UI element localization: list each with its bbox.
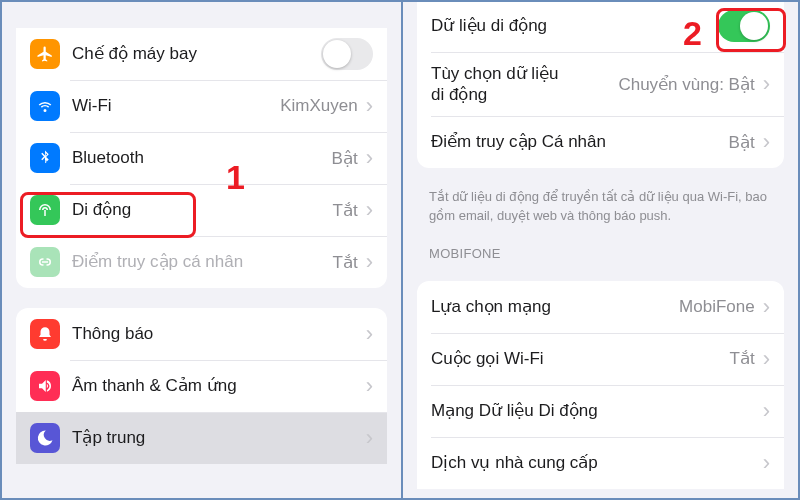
cellular-icon — [30, 195, 60, 225]
chevron-right-icon: › — [366, 375, 373, 397]
sounds-icon — [30, 371, 60, 401]
row-cellular-data[interactable]: Dữ liệu di động — [417, 2, 784, 52]
chevron-right-icon: › — [366, 323, 373, 345]
row-wifi[interactable]: Wi-Fi KimXuyen › — [16, 80, 387, 132]
focus-label: Tập trung — [72, 427, 358, 448]
carrier-services-label: Dịch vụ nhà cung cấp — [431, 452, 755, 473]
network-selection-value: MobiFone — [679, 297, 755, 317]
row-personal-hotspot-detail[interactable]: Điểm truy cập Cá nhân Bật › — [417, 116, 784, 168]
wifi-icon — [30, 91, 60, 121]
wifi-label: Wi-Fi — [72, 95, 272, 116]
personal-hotspot-detail-label: Điểm truy cập Cá nhân — [431, 131, 721, 152]
carrier-section-header: MOBIFONE — [403, 240, 798, 269]
row-cellular-data-options[interactable]: Tùy chọn dữ liệu di động Chuyển vùng: Bậ… — [417, 52, 784, 116]
cellular-data-network-label: Mạng Dữ liệu Di động — [431, 400, 755, 421]
row-focus[interactable]: Tập trung › — [16, 412, 387, 464]
hotspot-label: Điểm truy cập cá nhân — [72, 251, 325, 272]
chevron-right-icon: › — [763, 296, 770, 318]
screenshot-wrapper: Chế độ máy bay Wi-Fi KimXuyen › Bluetoot… — [0, 0, 800, 500]
cellular-data-toggle[interactable] — [718, 10, 770, 42]
focus-icon — [30, 423, 60, 453]
cellular-detail-panel: Dữ liệu di động Tùy chọn dữ liệu di động… — [403, 2, 798, 498]
row-notifications[interactable]: Thông báo › — [16, 308, 387, 360]
hotspot-icon — [30, 247, 60, 277]
notifications-icon — [30, 319, 60, 349]
wifi-calling-value: Tắt — [730, 348, 755, 369]
row-cellular-data-network[interactable]: Mạng Dữ liệu Di động › — [417, 385, 784, 437]
row-cellular[interactable]: Di động Tắt › — [16, 184, 387, 236]
chevron-right-icon: › — [366, 147, 373, 169]
cellular-data-options-label: Tùy chọn dữ liệu di động — [431, 63, 610, 106]
personal-hotspot-detail-value: Bật — [729, 132, 755, 153]
row-airplane-mode[interactable]: Chế độ máy bay — [16, 28, 387, 80]
chevron-right-icon: › — [366, 199, 373, 221]
airplane-icon — [30, 39, 60, 69]
chevron-right-icon: › — [366, 251, 373, 273]
cellular-value: Tắt — [333, 200, 358, 221]
row-network-selection[interactable]: Lựa chọn mạng MobiFone › — [417, 281, 784, 333]
wifi-value: KimXuyen — [280, 96, 357, 116]
chevron-right-icon: › — [366, 95, 373, 117]
chevron-right-icon: › — [763, 400, 770, 422]
airplane-label: Chế độ máy bay — [72, 43, 321, 64]
row-carrier-services[interactable]: Dịch vụ nhà cung cấp › — [417, 437, 784, 489]
sounds-label: Âm thanh & Cảm ứng — [72, 375, 358, 396]
chevron-right-icon: › — [366, 427, 373, 449]
settings-group-alerts: Thông báo › Âm thanh & Cảm ứng › Tập tru… — [16, 308, 387, 464]
cellular-group-main: Dữ liệu di động Tùy chọn dữ liệu di động… — [417, 2, 784, 168]
cellular-data-options-value: Chuyển vùng: Bật — [618, 74, 754, 95]
notifications-label: Thông báo — [72, 323, 358, 344]
chevron-right-icon: › — [763, 348, 770, 370]
bluetooth-icon — [30, 143, 60, 173]
row-wifi-calling[interactable]: Cuộc gọi Wi-Fi Tắt › — [417, 333, 784, 385]
cellular-group-carrier: Lựa chọn mạng MobiFone › Cuộc gọi Wi-Fi … — [417, 281, 784, 489]
row-personal-hotspot[interactable]: Điểm truy cập cá nhân Tắt › — [16, 236, 387, 288]
network-selection-label: Lựa chọn mạng — [431, 296, 671, 317]
cellular-label: Di động — [72, 199, 325, 220]
airplane-toggle[interactable] — [321, 38, 373, 70]
cellular-data-label: Dữ liệu di động — [431, 15, 718, 36]
row-sounds[interactable]: Âm thanh & Cảm ứng › — [16, 360, 387, 412]
row-bluetooth[interactable]: Bluetooth Bật › — [16, 132, 387, 184]
settings-group-connectivity: Chế độ máy bay Wi-Fi KimXuyen › Bluetoot… — [16, 28, 387, 288]
chevron-right-icon: › — [763, 131, 770, 153]
bluetooth-label: Bluetooth — [72, 147, 324, 168]
chevron-right-icon: › — [763, 73, 770, 95]
hotspot-value: Tắt — [333, 252, 358, 273]
cellular-data-footer: Tắt dữ liệu di động để truyền tất cả dữ … — [403, 188, 798, 240]
settings-root-panel: Chế độ máy bay Wi-Fi KimXuyen › Bluetoot… — [2, 2, 403, 498]
chevron-right-icon: › — [763, 452, 770, 474]
bluetooth-value: Bật — [332, 148, 358, 169]
wifi-calling-label: Cuộc gọi Wi-Fi — [431, 348, 722, 369]
